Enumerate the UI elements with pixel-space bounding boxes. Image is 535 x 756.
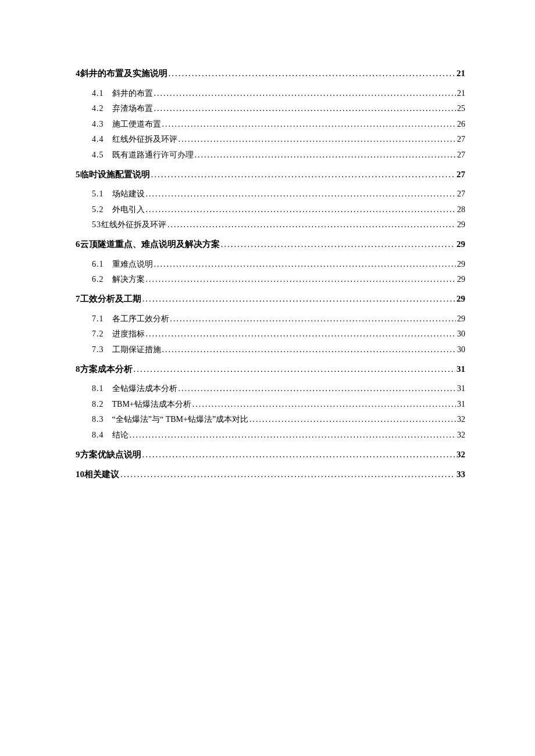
toc-title: 既有道路通行许可办理 [112,149,194,161]
toc-number: 9 [76,448,80,461]
toc-title: 工效分析及工期 [80,292,141,306]
toc-number: 7.3 [92,343,104,356]
toc-title: 方案优缺点说明 [80,448,141,461]
toc-subitem[interactable]: 4.5既有道路通行许可办理27 [76,149,465,161]
toc-title: 各工序工效分析 [112,313,169,325]
toc-title: 外电引入 [112,203,145,216]
toc-leader-dots [146,273,456,285]
toc-subitem[interactable]: 53红线外征拆及环评29 [76,218,465,231]
toc-title: 斜井的布置 [112,87,153,99]
toc-title: 弃渣场布置 [112,102,153,114]
toc-title: TBM+钻爆法成本分析 [112,398,191,410]
toc-page-number: 31 [457,398,465,410]
toc-number: 8.3 [92,413,104,425]
toc-page-number: 21 [456,67,465,80]
toc-subitem[interactable]: 4.2弃渣场布置25 [76,102,465,114]
toc-subitem[interactable]: 8.3“全钻爆法”与“ TBM+钻爆法”成本对比32 [76,413,465,425]
toc-title: 进度指标 [112,328,145,340]
toc-number: 8.2 [92,398,104,410]
toc-number: 7 [76,292,80,306]
toc-title: 重难点说明 [112,258,153,270]
toc-number: 6.2 [92,273,104,285]
toc-subitem[interactable]: 8.4结论32 [76,429,465,441]
toc-leader-dots [221,238,456,251]
table-of-contents: 4斜井的布置及实施说明214.1斜井的布置214.2弃渣场布置254.3施工便道… [76,67,465,481]
toc-page-number: 29 [456,238,465,251]
toc-leader-dots [120,468,455,481]
toc-page-number: 25 [457,102,465,114]
toc-title: 施工便道布置 [112,118,161,130]
toc-number: 4.4 [92,133,104,145]
toc-heading[interactable]: 6云顶隧道重点、难点说明及解决方案29 [76,238,465,251]
toc-leader-dots [146,328,456,340]
toc-subitem[interactable]: 4.3施工便道布置26 [76,118,465,130]
toc-leader-dots [162,343,456,356]
toc-title: 全钻爆法成本分析 [112,382,177,395]
toc-page-number: 27 [457,149,465,161]
toc-subitem[interactable]: 5.1场站建设27 [76,188,465,200]
toc-leader-dots [146,188,456,200]
toc-number: 5.1 [92,188,104,200]
toc-leader-dots [162,118,456,130]
toc-subitem[interactable]: 7.1各工序工效分析29 [76,313,465,325]
toc-page-number: 32 [456,448,465,461]
toc-page-number: 29 [457,218,465,231]
toc-page-number: 27 [457,188,465,200]
toc-title: 斜井的布置及实施说明 [80,67,167,80]
toc-leader-dots [179,133,456,145]
toc-heading[interactable]: 9方案优缺点说明32 [76,448,465,461]
toc-leader-dots [142,448,456,461]
toc-title: 红线外征拆及环评 [101,218,166,231]
toc-heading[interactable]: 8方案成本分析31 [76,363,465,376]
toc-subitem[interactable]: 8.2TBM+钻爆法成本分析31 [76,398,465,410]
toc-leader-dots [154,102,456,114]
toc-leader-dots [142,292,456,306]
toc-number: 5.2 [92,203,104,216]
toc-title: 云顶隧道重点、难点说明及解决方案 [80,238,220,251]
toc-leader-dots [169,67,456,80]
toc-page-number: 30 [457,343,465,356]
toc-leader-dots [195,149,456,161]
toc-subitem[interactable]: 8.1全钻爆法成本分析31 [76,382,465,395]
toc-number: 7.1 [92,313,104,325]
toc-page-number: 27 [457,133,465,145]
toc-leader-dots [179,382,456,395]
toc-heading[interactable]: 5临时设施配置说明27 [76,168,465,181]
toc-leader-dots [154,258,456,270]
toc-leader-dots [154,87,456,99]
toc-number: 10 [76,468,84,481]
toc-leader-dots [192,398,456,410]
toc-subitem[interactable]: 7.2进度指标30 [76,328,465,340]
toc-subitem[interactable]: 4.4红线外征拆及环评27 [76,133,465,145]
toc-leader-dots [130,429,456,441]
toc-subitem[interactable]: 5.2外电引入28 [76,203,465,216]
toc-number: 8.1 [92,382,104,395]
toc-page-number: 32 [457,413,465,425]
toc-subitem[interactable]: 6.2解决方案29 [76,273,465,285]
toc-subitem[interactable]: 6.1重难点说明29 [76,258,465,270]
toc-page-number: 26 [457,118,465,130]
toc-title: 红线外征拆及环评 [112,133,177,145]
toc-number: 8.4 [92,429,104,441]
toc-page-number: 29 [457,258,465,270]
toc-leader-dots [151,168,456,181]
toc-leader-dots [134,363,456,376]
toc-subitem[interactable]: 7.3工期保证措施30 [76,343,465,356]
toc-heading[interactable]: 7工效分析及工期29 [76,292,465,306]
toc-heading[interactable]: 4斜井的布置及实施说明21 [76,67,465,80]
toc-page-number: 29 [457,313,465,325]
toc-title: “全钻爆法”与“ TBM+钻爆法”成本对比 [112,413,249,425]
toc-page-number: 21 [457,87,465,99]
toc-leader-dots [167,218,456,231]
toc-page-number: 29 [456,292,465,306]
toc-subitem[interactable]: 4.1斜井的布置21 [76,87,465,99]
toc-leader-dots [249,413,456,425]
toc-page-number: 29 [457,273,465,285]
toc-number: 5 [76,168,80,181]
toc-page-number: 28 [457,203,465,216]
toc-number: 4.5 [92,149,104,161]
toc-number: 8 [76,363,80,376]
toc-leader-dots [146,203,456,216]
toc-heading[interactable]: 10相关建议33 [76,468,465,481]
toc-page-number: 30 [457,328,465,340]
